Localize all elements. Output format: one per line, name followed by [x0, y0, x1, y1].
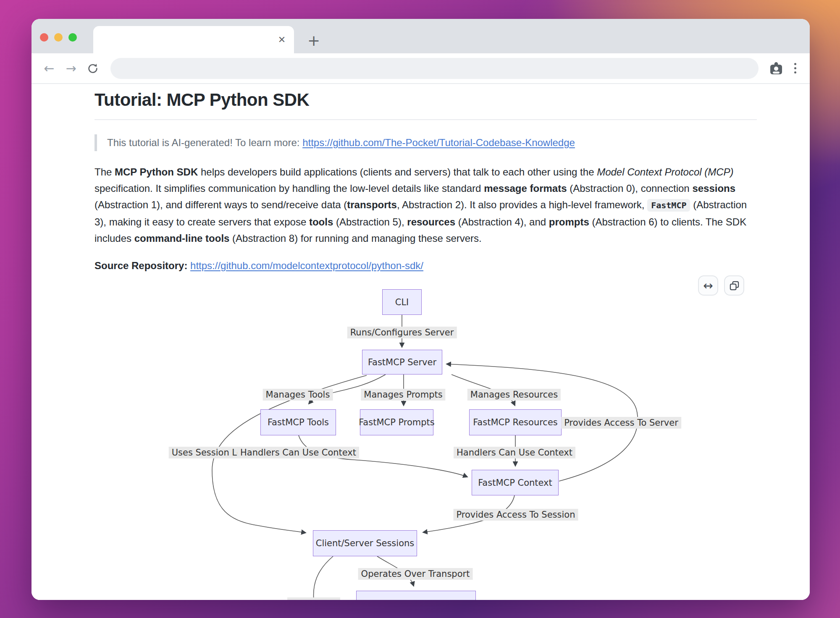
maximize-window-button[interactable]: [68, 33, 77, 42]
node-fastmcp-context[interactable]: FastMCP Context: [472, 470, 559, 495]
edge-label-operates-over-transport: Operates Over Transport: [358, 568, 473, 580]
reload-button[interactable]: [84, 59, 102, 78]
ai-note-text: This tutorial is AI-generated! To learn …: [107, 137, 302, 148]
node-transport-cutoff[interactable]: [356, 591, 476, 600]
address-bar[interactable]: [110, 58, 759, 79]
ai-note-blockquote: This tutorial is AI-generated! To learn …: [94, 134, 757, 151]
node-fastmcp-tools[interactable]: FastMCP Tools: [260, 409, 336, 435]
title-divider: [94, 119, 757, 120]
diagram-edges: [32, 273, 810, 600]
minimize-window-button[interactable]: [54, 33, 63, 42]
new-tab-button[interactable]: +: [304, 31, 323, 50]
reload-icon: [87, 63, 99, 74]
window-controls: [40, 33, 77, 42]
node-fastmcp-prompts[interactable]: FastMCP Prompts: [360, 409, 433, 435]
browser-window: ✕ + ← →: [32, 19, 810, 600]
forward-button[interactable]: →: [62, 59, 80, 78]
edge-label-manages-tools: Manages Tools: [263, 389, 333, 401]
edge-label-handlers-can-use-context-right: Handlers Can Use Context: [454, 447, 575, 458]
page-content: Tutorial: MCP Python SDK This tutorial i…: [32, 84, 810, 600]
edge-label-manages-resources: Manages Resources: [467, 389, 561, 401]
node-fastmcp-resources[interactable]: FastMCP Resources: [469, 409, 562, 435]
forward-arrow-icon: →: [66, 61, 76, 76]
architecture-diagram: ↔: [32, 273, 810, 600]
back-button[interactable]: ←: [40, 59, 58, 78]
node-fastmcp-server[interactable]: FastMCP Server: [362, 350, 442, 374]
ai-note-link[interactable]: https://github.com/The-Pocket/Tutorial-C…: [302, 137, 575, 148]
edge-label-provides-access-to-session: Provides Access To Session: [454, 509, 578, 521]
tab-strip: ✕ +: [32, 19, 810, 53]
menu-dot-icon: [794, 71, 796, 73]
edge-label-handlers-can-use-context-left: Handlers Can Use Context: [237, 447, 359, 458]
close-window-button[interactable]: [40, 33, 48, 42]
profile-button[interactable]: [767, 59, 785, 78]
source-repository-line: Source Repository: https://github.com/mo…: [94, 260, 757, 272]
edge-label-provides-access-to-server: Provides Access To Server: [561, 417, 681, 429]
tab-close-icon[interactable]: ✕: [276, 34, 288, 46]
back-arrow-icon: ←: [44, 61, 54, 76]
edge-label-manages-prompts: Manages Prompts: [361, 389, 445, 401]
browser-toolbar: ← →: [32, 53, 810, 84]
node-cli[interactable]: CLI: [382, 289, 422, 315]
menu-dot-icon: [794, 67, 796, 69]
menu-dot-icon: [794, 63, 796, 65]
menu-button[interactable]: [789, 59, 801, 78]
browser-tab[interactable]: ✕: [93, 26, 294, 53]
edge-label-runs-configures-server: Runs/Configures Server: [347, 327, 457, 338]
profile-icon: [769, 61, 784, 76]
edge-sessions-bottomleft: [314, 556, 333, 600]
edge-label-cutoff: [287, 597, 340, 600]
intro-paragraph: The MCP Python SDK helps developers buil…: [94, 164, 757, 246]
node-client-server-sessions[interactable]: Client/Server Sessions: [313, 530, 417, 556]
source-repository-link[interactable]: https://github.com/modelcontextprotocol/…: [190, 260, 423, 271]
source-repository-label: Source Repository:: [94, 260, 190, 271]
page-title: Tutorial: MCP Python SDK: [94, 90, 757, 110]
